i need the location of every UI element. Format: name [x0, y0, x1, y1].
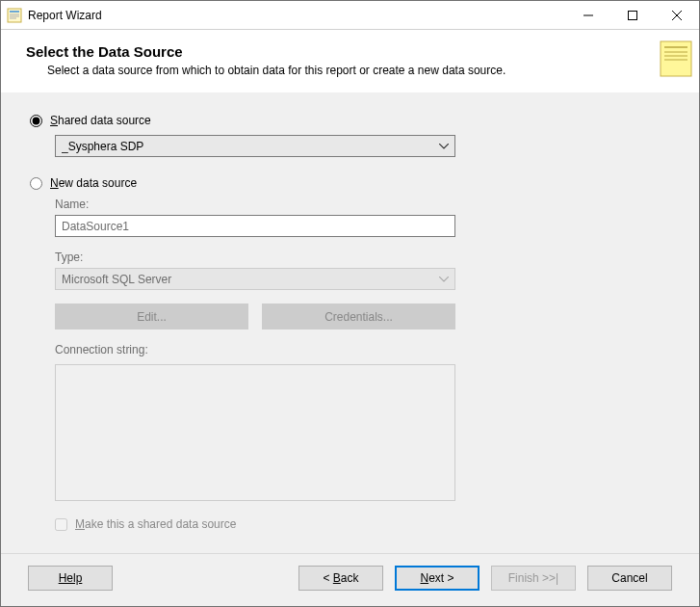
wizard-body: Shared data source _Sysphera SDP New dat…: [1, 92, 699, 553]
shared-data-source-select[interactable]: _Sysphera SDP: [55, 135, 455, 157]
close-button[interactable]: [655, 1, 699, 29]
new-radio-row: New data source: [30, 176, 670, 190]
shared-radio-row: Shared data source: [30, 114, 670, 127]
new-source-group: Name: Type: Microsoft SQL Server Edit...…: [55, 198, 670, 531]
cancel-button[interactable]: Cancel: [587, 566, 672, 591]
shared-select-wrap: _Sysphera SDP: [55, 135, 455, 157]
make-shared-checkbox: [55, 518, 67, 531]
connection-string-label: Connection string:: [55, 343, 670, 356]
banner-text: Select the Data Source Select a data sou…: [26, 43, 506, 77]
svg-rect-6: [629, 11, 637, 19]
shared-data-source-radio[interactable]: [30, 115, 42, 127]
name-label: Name:: [55, 198, 670, 211]
banner-subtext: Select a data source from which to obtai…: [47, 64, 506, 77]
new-data-source-radio[interactable]: [30, 177, 42, 190]
connection-string-textarea: [55, 364, 455, 501]
edit-button: Edit...: [55, 304, 248, 330]
make-shared-row: Make this a shared data source: [55, 517, 670, 531]
window-title: Report Wizard: [28, 9, 566, 22]
banner: Select the Data Source Select a data sou…: [1, 30, 699, 92]
back-prefix: <: [323, 571, 332, 585]
maximize-button[interactable]: [610, 1, 655, 29]
type-select-value: Microsoft SQL Server: [62, 273, 171, 286]
back-button[interactable]: < Back: [298, 566, 383, 591]
shared-data-source-label: Shared data source: [50, 114, 151, 127]
svg-rect-1: [10, 11, 19, 13]
window-controls: [566, 1, 699, 29]
footer: Help < Back Next > Finish >>| Cancel: [1, 553, 699, 606]
new-data-source-label: New data source: [50, 176, 137, 190]
app-icon: [7, 8, 22, 23]
minimize-button[interactable]: [566, 1, 610, 29]
report-wizard-window: Report Wizard Select the Data Source Sel…: [0, 0, 700, 607]
edit-credentials-row: Edit... Credentials...: [55, 304, 670, 330]
report-icon: [657, 38, 697, 78]
finish-button: Finish >>|: [491, 566, 576, 591]
type-select: Microsoft SQL Server: [55, 268, 455, 290]
next-button[interactable]: Next >: [395, 566, 480, 591]
help-button[interactable]: Help: [28, 566, 113, 591]
make-shared-label: Make this a shared data source: [75, 517, 236, 531]
type-label: Type:: [55, 251, 670, 264]
banner-heading: Select the Data Source: [26, 43, 506, 60]
titlebar: Report Wizard: [1, 1, 699, 30]
name-input: [55, 215, 455, 237]
credentials-button: Credentials...: [262, 304, 455, 330]
